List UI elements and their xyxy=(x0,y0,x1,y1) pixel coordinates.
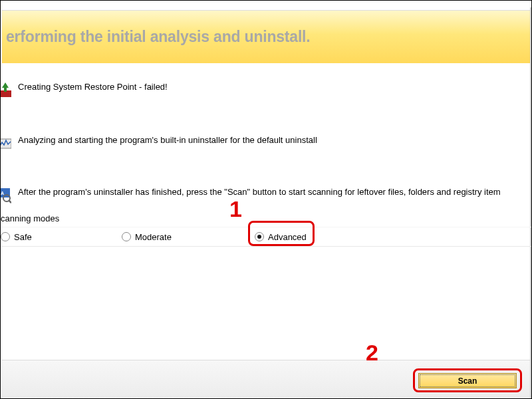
radio-icon xyxy=(122,232,131,241)
step-text: Analyzing and starting the program's bui… xyxy=(18,132,317,146)
mode-label: Moderate xyxy=(135,232,172,242)
banner: erforming the initial analysis and unins… xyxy=(2,10,530,63)
scanning-modes-row: Safe Moderate Advanced xyxy=(1,227,531,247)
scan-icon: A xyxy=(0,184,11,207)
banner-title: erforming the initial analysis and unins… xyxy=(6,28,310,46)
step-text: After the program's uninstaller has fini… xyxy=(18,184,501,198)
top-cutoff-text xyxy=(1,1,531,7)
mode-label: Advanced xyxy=(268,232,307,242)
mode-safe[interactable]: Safe xyxy=(1,232,32,242)
mode-advanced[interactable]: Advanced xyxy=(255,232,307,242)
scanning-modes-label: canning modes xyxy=(1,213,59,223)
svg-text:A: A xyxy=(1,191,4,196)
step-row: Analyzing and starting the program's bui… xyxy=(1,127,531,168)
steps-list: Creating System Restore Point - failed! … xyxy=(1,74,531,220)
step-text: Creating System Restore Point - failed! xyxy=(18,79,168,93)
mode-label: Safe xyxy=(14,232,32,242)
analyze-icon xyxy=(0,132,11,155)
step-row: A After the program's uninstaller has fi… xyxy=(1,179,531,220)
step-row: Creating System Restore Point - failed! xyxy=(1,74,531,115)
radio-icon xyxy=(1,232,10,241)
scan-button[interactable]: Scan xyxy=(418,373,517,388)
restore-point-icon xyxy=(0,79,11,102)
mode-moderate[interactable]: Moderate xyxy=(122,232,172,242)
svg-line-5 xyxy=(9,200,11,203)
radio-icon xyxy=(255,232,264,241)
